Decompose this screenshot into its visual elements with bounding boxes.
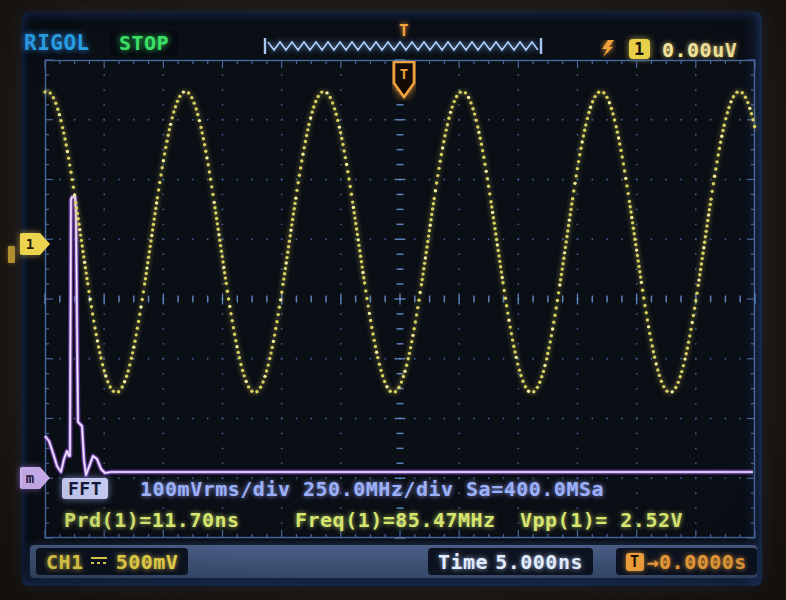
math-marker-label: m [26, 470, 34, 486]
oscilloscope-screen: RIGOL STOP T 1 0.00uV T 1 m FFT 100mVrms… [22, 12, 762, 586]
measurement-period: Prd(1)=11.70ns [64, 508, 240, 532]
trigger-offset-value: →0.0000s [647, 550, 747, 574]
trigger-level-readout: 0.00uV [662, 38, 737, 62]
timebase-label: Time [438, 550, 488, 574]
fft-label-badge: FFT [62, 478, 108, 499]
trigger-position-marker-icon: T [392, 61, 416, 101]
hpos-trigger-marker-icon: T [399, 21, 409, 40]
fft-scale-readout: 100mVrms/div 250.0MHz/div Sa=400.0MSa [140, 477, 604, 501]
run-status-badge: STOP [110, 30, 178, 56]
falling-edge-icon [600, 40, 616, 58]
ch1-marker-label: 1 [26, 236, 34, 252]
graticule [45, 60, 755, 538]
dc-coupling-icon [91, 556, 109, 567]
measurement-vpp: Vpp(1)= 2.52V [520, 508, 683, 532]
channel-scale: 500mV [116, 550, 179, 574]
fft-math-position-marker: m [20, 467, 40, 489]
timebase-value: 5.000ns [495, 550, 583, 574]
trigger-offset-symbol: T [626, 553, 644, 571]
timebase-settings: Time 5.000ns [428, 548, 593, 575]
trigger-source-badge: 1 [629, 39, 650, 59]
ch1-position-marker: 1 [20, 233, 40, 255]
svg-text:T: T [400, 66, 408, 82]
brand-logo: RIGOL [24, 31, 90, 55]
measurement-frequency: Freq(1)=85.47MHz [295, 508, 496, 532]
trigger-offset-readout: T →0.0000s [616, 548, 757, 575]
bezel-indicator-tick [8, 246, 15, 263]
waveform-traces [45, 60, 755, 538]
channel-label: CH1 [46, 550, 84, 574]
channel1-settings: CH1 500mV [36, 548, 188, 575]
status-bar: CH1 500mV Time 5.000ns T →0.0000s [30, 545, 757, 578]
